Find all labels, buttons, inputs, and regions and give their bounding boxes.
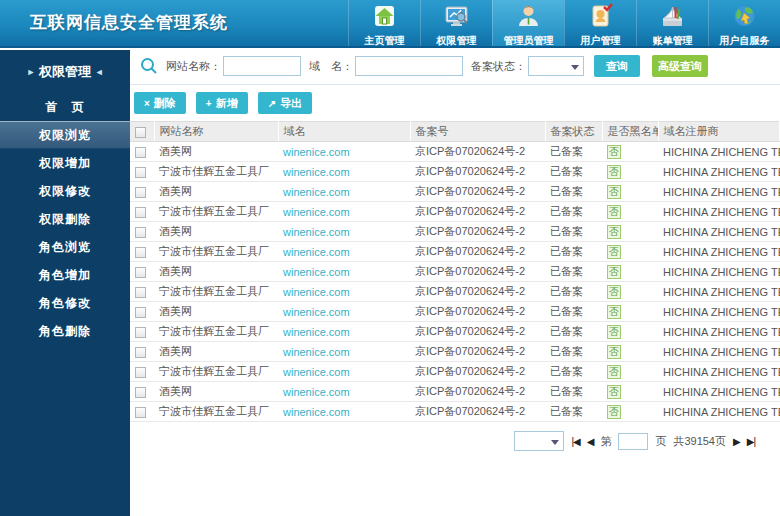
row-checkbox[interactable]: [135, 147, 146, 158]
col-icp-number: 备案号: [410, 122, 545, 142]
domain-link[interactable]: winenice.com: [283, 306, 350, 318]
table-row: 酒美网winenice.com京ICP备07020624号-2已备案否HICHI…: [130, 182, 780, 202]
blacklist-badge: 否: [607, 385, 621, 399]
delete-button[interactable]: × 删除: [134, 92, 186, 114]
advanced-query-button[interactable]: 高级查询: [652, 55, 708, 77]
sidebar-item-perm-view[interactable]: 权限浏览: [0, 121, 130, 149]
row-checkbox[interactable]: [135, 267, 146, 278]
table-row: 酒美网winenice.com京ICP备07020624号-2已备案否HICHI…: [130, 342, 780, 362]
nav-admin[interactable]: 管理员管理: [492, 0, 564, 46]
cell-blacklist: 否: [602, 282, 658, 302]
next-page-button[interactable]: ▶: [733, 436, 740, 447]
cell-registrar: HICHINA ZHICHENG TECHNOLOGY: [658, 242, 780, 262]
page-size-select[interactable]: [514, 431, 564, 451]
cell-domain: winenice.com: [278, 362, 410, 382]
cell-record-status: 已备案: [545, 262, 602, 282]
record-status-select[interactable]: [528, 56, 584, 76]
sidebar-item-role-edit[interactable]: 角色修改: [0, 289, 130, 317]
row-checkbox[interactable]: [135, 387, 146, 398]
row-select-cell: [130, 362, 154, 382]
cell-record-status: 已备案: [545, 282, 602, 302]
export-arrow-icon: ↗: [268, 98, 276, 109]
table-row: 酒美网winenice.com京ICP备07020624号-2已备案否HICHI…: [130, 382, 780, 402]
domain-link[interactable]: winenice.com: [283, 166, 350, 178]
cell-blacklist: 否: [602, 342, 658, 362]
site-name-input[interactable]: [223, 56, 301, 76]
nav-user[interactable]: 用户管理: [564, 0, 636, 46]
search-bar: 网站名称： 域 名： 备案状态： 查询 高级查询: [130, 48, 780, 85]
nav-self-service[interactable]: 用户自服务: [708, 0, 780, 46]
last-page-button[interactable]: ▶|: [747, 436, 755, 447]
row-checkbox[interactable]: [135, 367, 146, 378]
domain-link[interactable]: winenice.com: [283, 206, 350, 218]
row-checkbox[interactable]: [135, 307, 146, 318]
domain-link[interactable]: winenice.com: [283, 146, 350, 158]
domain-link[interactable]: winenice.com: [283, 386, 350, 398]
domain-link[interactable]: winenice.com: [283, 326, 350, 338]
cell-site-name: 酒美网: [154, 142, 278, 162]
export-button[interactable]: ↗ 导出: [258, 92, 312, 114]
cell-site-name: 宁波市佳辉五金工具厂: [154, 202, 278, 222]
cell-domain: winenice.com: [278, 242, 410, 262]
prev-page-button[interactable]: ◀: [587, 436, 594, 447]
domain-link[interactable]: winenice.com: [283, 366, 350, 378]
row-checkbox[interactable]: [135, 187, 146, 198]
row-select-cell: [130, 382, 154, 402]
select-all-checkbox[interactable]: [135, 127, 146, 138]
sidebar-item-home[interactable]: 首 页: [0, 93, 130, 121]
domain-link[interactable]: winenice.com: [283, 246, 350, 258]
row-checkbox[interactable]: [135, 327, 146, 338]
domain-input[interactable]: [355, 56, 463, 76]
nav-permission[interactable]: 权限管理: [420, 0, 492, 46]
cell-site-name: 宁波市佳辉五金工具厂: [154, 242, 278, 262]
cell-blacklist: 否: [602, 262, 658, 282]
blacklist-badge: 否: [607, 325, 621, 339]
domain-link[interactable]: winenice.com: [283, 406, 350, 418]
row-select-cell: [130, 142, 154, 162]
row-checkbox[interactable]: [135, 167, 146, 178]
row-checkbox[interactable]: [135, 207, 146, 218]
blacklist-badge: 否: [607, 365, 621, 379]
domain-link[interactable]: winenice.com: [283, 286, 350, 298]
row-select-cell: [130, 162, 154, 182]
domain-link[interactable]: winenice.com: [283, 266, 350, 278]
col-site-name: 网站名称: [154, 122, 278, 142]
blacklist-badge: 否: [607, 305, 621, 319]
sidebar-item-role-add[interactable]: 角色增加: [0, 261, 130, 289]
cell-registrar: HICHINA ZHICHENG TECHNOLOGY: [658, 182, 780, 202]
query-button[interactable]: 查询: [594, 55, 640, 77]
cell-record-status: 已备案: [545, 362, 602, 382]
cell-blacklist: 否: [602, 182, 658, 202]
first-page-button[interactable]: |◀: [571, 436, 579, 447]
cell-blacklist: 否: [602, 362, 658, 382]
sidebar-item-role-delete[interactable]: 角色删除: [0, 317, 130, 345]
nav-home[interactable]: 主页管理: [348, 0, 420, 46]
add-button[interactable]: + 新增: [196, 92, 248, 114]
page-number-input[interactable]: [618, 433, 648, 450]
nav-billing[interactable]: 账单管理: [636, 0, 708, 46]
row-checkbox[interactable]: [135, 227, 146, 238]
domain-link[interactable]: winenice.com: [283, 186, 350, 198]
cell-record-status: 已备案: [545, 322, 602, 342]
sidebar-item-perm-add[interactable]: 权限增加: [0, 149, 130, 177]
cell-domain: winenice.com: [278, 282, 410, 302]
sidebar-item-perm-edit[interactable]: 权限修改: [0, 177, 130, 205]
cell-blacklist: 否: [602, 402, 658, 422]
row-checkbox[interactable]: [135, 407, 146, 418]
records-table: 网站名称 域名 备案号 备案状态 是否黑名单 域名注册商 酒美网winenice…: [130, 121, 780, 422]
sidebar-item-perm-delete[interactable]: 权限删除: [0, 205, 130, 233]
domain-link[interactable]: winenice.com: [283, 226, 350, 238]
app-title: 互联网信息安全管理系统: [0, 0, 348, 46]
col-blacklist: 是否黑名单: [602, 122, 658, 142]
row-checkbox[interactable]: [135, 287, 146, 298]
select-all-cell: [130, 122, 154, 142]
table-header: 网站名称 域名 备案号 备案状态 是否黑名单 域名注册商: [130, 122, 780, 142]
row-select-cell: [130, 302, 154, 322]
blacklist-badge: 否: [607, 165, 621, 179]
cell-icp-number: 京ICP备07020624号-2: [410, 402, 545, 422]
domain-link[interactable]: winenice.com: [283, 346, 350, 358]
row-checkbox[interactable]: [135, 347, 146, 358]
sidebar-item-role-view[interactable]: 角色浏览: [0, 233, 130, 261]
row-checkbox[interactable]: [135, 247, 146, 258]
col-record-status: 备案状态: [545, 122, 602, 142]
